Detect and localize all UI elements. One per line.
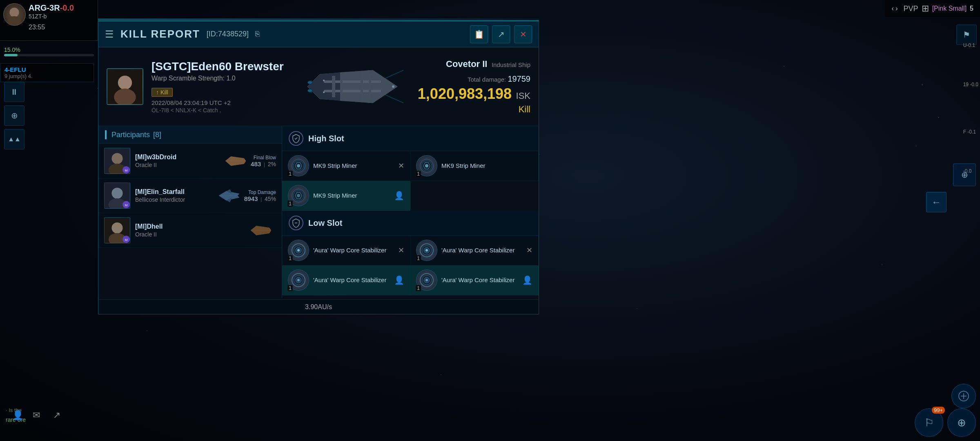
nav-arrow-bottom[interactable]: ↗ bbox=[53, 410, 60, 421]
jump-destination: 4-EFLU bbox=[4, 66, 89, 73]
participant-name-2: [MI]Elin_Starfall bbox=[135, 188, 214, 196]
participant-avatar-2: M bbox=[104, 183, 130, 209]
chevron-up-icon[interactable]: ▲▲ bbox=[4, 129, 24, 149]
participant-info-3: [MI]Dhell Oracle II bbox=[135, 223, 246, 238]
participant-name-1: [MI]w3bDroid bbox=[135, 154, 220, 161]
total-damage-label: Total damage: 19759 bbox=[418, 74, 530, 84]
slot-close-icon[interactable]: ✕ bbox=[398, 246, 404, 255]
system-sub: 51ZT-b bbox=[29, 13, 47, 20]
low-slot-items: 1 'Aura' Warp Core Stabilizer ✕ 1 bbox=[282, 236, 539, 295]
bottom-icons-row: ⚐ 99+ ⊕ bbox=[915, 408, 976, 437]
bottom-circle-icon-2[interactable]: ⊕ bbox=[947, 408, 976, 437]
jump-bar: 4-EFLU 9 jump(s) 4. bbox=[0, 63, 94, 82]
high-slot-header: High Slot bbox=[282, 126, 539, 151]
participants-label: Participants bbox=[111, 131, 150, 139]
copy-icon[interactable]: ⎘ bbox=[255, 30, 260, 38]
pink-label: [Pink Small] bbox=[932, 5, 967, 12]
close-button[interactable]: ✕ bbox=[514, 25, 532, 43]
kill-report-panel: ☰ KILL REPORT [ID:7438529] ⎘ 📋 ↗ ✕ [SGTC… bbox=[98, 20, 539, 314]
slot-user-icon[interactable]: 👤 bbox=[522, 275, 532, 285]
svg-rect-5 bbox=[107, 69, 143, 104]
person-icon-bottom[interactable]: 👤 bbox=[12, 410, 23, 421]
svg-point-68 bbox=[425, 249, 428, 252]
participant-ship-3: Oracle II bbox=[135, 231, 246, 238]
slot-item-name: 'Aura' Warp Core Stabilizer bbox=[441, 276, 518, 284]
player-avatar bbox=[3, 3, 26, 26]
bottom-right-icons bbox=[951, 384, 976, 408]
isk-value: 1,020,983,198 bbox=[418, 85, 512, 102]
slot-item-name: MK9 Strip Miner bbox=[313, 162, 394, 170]
bottom-speed-bar: 3.90AU/s bbox=[98, 299, 539, 314]
ship-icon-oracle2 bbox=[251, 222, 271, 238]
participant-ship-1: Oracle II bbox=[135, 162, 220, 168]
slot-item[interactable]: 1 MK9 Strip Miner ✕ bbox=[282, 151, 410, 181]
low-slot-icon bbox=[289, 216, 303, 230]
hud-top-left: ARG-3R-0.0 51ZT-b 23:55 bbox=[0, 0, 98, 41]
svg-point-19 bbox=[308, 89, 312, 92]
panel-title: KILL REPORT bbox=[120, 28, 200, 40]
slot-user-icon[interactable]: 👤 bbox=[394, 275, 404, 285]
slot-count: 1 bbox=[416, 171, 421, 177]
filter-icon[interactable]: ⊞ bbox=[922, 3, 929, 14]
victim-warp-strength: Warp Scramble Strength: 1.0 bbox=[151, 75, 287, 82]
pause-icon[interactable]: ⏸ bbox=[4, 82, 24, 102]
clipboard-button[interactable]: 📋 bbox=[470, 25, 488, 43]
low-slot-header: Low Slot bbox=[282, 211, 539, 236]
panel-header: ☰ KILL REPORT [ID:7438529] ⎘ 📋 ↗ ✕ bbox=[98, 21, 539, 47]
slot-item[interactable]: 1 'Aura' Warp Core Stabilizer ✕ bbox=[410, 236, 539, 265]
victim-name: [SGTC]Eden60 Brewster bbox=[151, 60, 287, 73]
slot-count: 1 bbox=[287, 285, 293, 291]
svg-text:M: M bbox=[125, 169, 128, 172]
slots-panel: High Slot 1 MK9 Strip Miner bbox=[282, 126, 539, 298]
slot-item-icon: 1 bbox=[288, 185, 309, 206]
left-icons: ⏸ ⊕ ▲▲ bbox=[4, 82, 24, 149]
menu-icon[interactable]: ☰ bbox=[105, 29, 114, 40]
ship-image-area bbox=[295, 54, 410, 119]
nav-arrows[interactable]: ‹ › bbox=[891, 5, 898, 12]
kill-summary: Covetor II Industrial Ship Total damage:… bbox=[418, 59, 530, 115]
map-icon[interactable]: ⊕ bbox=[4, 105, 24, 126]
progress-area: 15.0% bbox=[0, 45, 98, 58]
ship-icon-bellicose bbox=[219, 187, 239, 204]
header-accent bbox=[105, 130, 107, 139]
deco-dot-1: · bbox=[922, 82, 923, 87]
participant-stats-2: Top Damage 8943 | 45% bbox=[244, 189, 276, 202]
slot-item-highlighted[interactable]: 1 'Aura' Warp Core Stabilizer 👤 bbox=[282, 265, 410, 295]
slot-item[interactable]: 1 MK9 Strip Miner bbox=[410, 151, 539, 181]
slot-close-icon[interactable]: ✕ bbox=[526, 246, 532, 255]
slot-item-name: 'Aura' Warp Core Stabilizer bbox=[313, 246, 394, 254]
scroll-indicator: ▼ bbox=[282, 295, 539, 298]
isk-row: 1,020,983,198 ISK bbox=[418, 85, 530, 102]
svg-point-0 bbox=[9, 8, 19, 17]
participant-stats-1: Final Blow 483 | 2% bbox=[251, 155, 276, 167]
action-circle-1[interactable] bbox=[951, 384, 976, 408]
slot-count: 1 bbox=[287, 171, 293, 177]
svg-point-59 bbox=[297, 194, 300, 197]
participant-info-1: [MI]w3bDroid Oracle II bbox=[135, 154, 220, 168]
share-button[interactable]: ↗ bbox=[492, 25, 510, 43]
svg-point-26 bbox=[111, 153, 122, 164]
slot-item-highlighted[interactable]: 1 'Aura' Warp Core Stabilizer 👤 bbox=[410, 265, 539, 295]
slot-item-highlighted[interactable]: 1 MK9 Strip Miner 👤 bbox=[282, 181, 410, 211]
ship-name-label: Covetor II Industrial Ship bbox=[418, 59, 530, 69]
progress-label: 15.0% bbox=[4, 47, 94, 53]
high-slot-items: 1 MK9 Strip Miner ✕ 1 bbox=[282, 151, 539, 211]
nav-number: 5 bbox=[970, 5, 973, 12]
corp-badge-1: M bbox=[122, 166, 130, 174]
nav-num-3: F -0.1 bbox=[963, 129, 978, 135]
victim-info: [SGTC]Eden60 Brewster Warp Scramble Stre… bbox=[151, 60, 287, 114]
participant-item[interactable]: M [MI]Dhell Oracle II bbox=[98, 213, 282, 248]
speed-display: 3.90AU/s bbox=[305, 303, 332, 311]
mail-icon[interactable]: ✉ bbox=[33, 410, 40, 421]
participant-item[interactable]: M [MI]w3bDroid Oracle II Final Blow bbox=[98, 144, 282, 178]
slot-item[interactable]: 1 'Aura' Warp Core Stabilizer ✕ bbox=[282, 236, 410, 265]
slot-close-icon[interactable]: ✕ bbox=[398, 161, 404, 170]
participant-item[interactable]: M [MI]Elin_Starfall Bellicose Interdicto… bbox=[98, 178, 282, 213]
bottom-circle-icon-1[interactable]: ⚐ 99+ bbox=[915, 408, 943, 437]
svg-rect-13 bbox=[340, 74, 343, 99]
nav-arrow-right[interactable]: ← bbox=[926, 192, 947, 212]
svg-point-22 bbox=[392, 85, 394, 88]
participant-name-3: [MI]Dhell bbox=[135, 223, 246, 230]
slot-user-icon[interactable]: 👤 bbox=[394, 191, 404, 200]
slot-item-icon: 1 bbox=[288, 270, 309, 291]
